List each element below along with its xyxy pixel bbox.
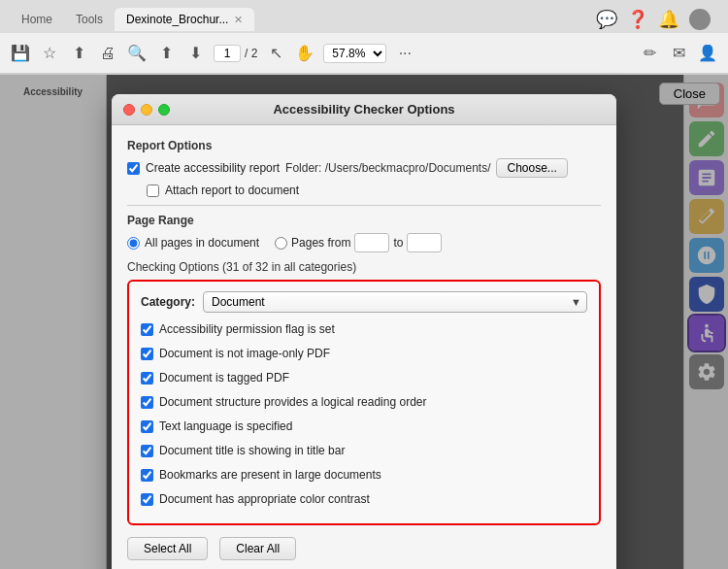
check-item-2: Document is tagged PDF: [141, 371, 587, 385]
create-report-row: Create accessibility report Folder: /Use…: [127, 158, 601, 178]
save-icon[interactable]: 💾: [10, 43, 31, 64]
check-item-5: Document title is showing in title bar: [141, 444, 587, 457]
check-item-1: Document is not image-only PDF: [141, 347, 587, 360]
check-item-6: Bookmarks are present in large documents: [141, 468, 587, 482]
check-item-4: Text language is specified: [141, 419, 587, 433]
page-range-title: Page Range: [127, 214, 601, 227]
tab-document[interactable]: Dexinote_Brochur... ✕: [115, 8, 254, 31]
maximize-traffic-light[interactable]: [158, 104, 170, 116]
page-to-input[interactable]: [407, 233, 442, 252]
pages-from-label: Pages from: [291, 236, 350, 250]
check-item-0-checkbox[interactable]: [141, 323, 153, 336]
check-item-3-label: Document structure provides a logical re…: [159, 395, 426, 409]
browser-tabs: Home Tools Dexinote_Brochur... ✕ 💬 ❓ 🔔: [0, 0, 728, 33]
email-icon[interactable]: ✉: [668, 43, 689, 64]
check-items-list: Accessibility permission flag is set Doc…: [141, 322, 587, 512]
cursor-tool[interactable]: ↖: [265, 43, 286, 64]
hand-tool[interactable]: ✋: [294, 43, 315, 64]
check-item-4-checkbox[interactable]: [141, 420, 153, 433]
check-item-0: Accessibility permission flag is set: [141, 322, 587, 336]
clear-all-button[interactable]: Clear All: [219, 537, 296, 560]
check-item-7-checkbox[interactable]: [141, 493, 153, 506]
pages-from-row: Pages from to: [275, 233, 442, 252]
page-num: 1 / 2: [214, 45, 257, 62]
close-traffic-light[interactable]: [123, 104, 135, 116]
create-report-checkbox[interactable]: [127, 162, 140, 175]
sign-icon[interactable]: ✏: [639, 43, 660, 64]
accessibility-checker-dialog: Accessibility Checker Options Report Opt…: [112, 94, 616, 569]
check-item-7: Document has appropriate color contrast: [141, 492, 587, 506]
zoom-out-icon[interactable]: 🔍: [126, 43, 148, 64]
checking-options-label: Checking Options (31 of 32 in all catego…: [127, 260, 601, 274]
choose-button[interactable]: Choose...: [496, 158, 567, 178]
category-row: Category: Document Page Content Forms, T…: [141, 291, 587, 313]
check-item-7-label: Document has appropriate color contrast: [159, 492, 370, 506]
all-pages-label: All pages in document: [145, 236, 259, 250]
check-item-5-checkbox[interactable]: [141, 445, 153, 457]
page-range-row: All pages in document Pages from to: [127, 233, 601, 252]
dialog-body: Report Options Create accessibility repo…: [112, 125, 616, 569]
minimize-traffic-light[interactable]: [141, 104, 152, 116]
dialog-overlay: Accessibility Checker Options Report Opt…: [0, 75, 728, 569]
category-box: Category: Document Page Content Forms, T…: [127, 280, 601, 525]
bookmark-icon[interactable]: ☆: [39, 43, 60, 64]
traffic-lights: [123, 104, 170, 116]
user-avatar[interactable]: [689, 9, 711, 30]
report-options-title: Report Options: [127, 139, 601, 152]
all-pages-row: All pages in document: [127, 236, 259, 250]
folder-path: Folder: /Users/beckmacpro/Documents/: [285, 161, 490, 175]
main-area: Accessibility Close: [0, 75, 728, 569]
select-clear-row: Select All Clear All: [127, 537, 601, 560]
check-item-1-checkbox[interactable]: [141, 348, 153, 360]
tab-tools[interactable]: Tools: [64, 8, 115, 31]
browser-toolbar: 💾 ☆ ⬆ 🖨 🔍 ⬆ ⬇ 1 / 2 ↖ ✋ 57.8% 50% 75% 10…: [0, 33, 728, 74]
upload-icon[interactable]: ⬆: [68, 43, 89, 64]
notification-icon[interactable]: 🔔: [658, 9, 679, 30]
to-label: to: [393, 236, 403, 250]
tab-close-icon[interactable]: ✕: [234, 14, 243, 26]
tab-home[interactable]: Home: [10, 8, 64, 31]
chat-icon[interactable]: 💬: [596, 9, 617, 30]
print-icon[interactable]: 🖨: [97, 43, 118, 64]
attach-report-label: Attach report to document: [165, 184, 299, 197]
category-label: Category:: [141, 295, 195, 309]
check-item-6-label: Bookmarks are present in large documents: [159, 468, 381, 482]
more-options-icon[interactable]: ···: [394, 43, 415, 64]
zoom-select[interactable]: 57.8% 50% 75% 100%: [323, 44, 386, 63]
category-select-wrapper: Document Page Content Forms, Tables, and…: [203, 291, 587, 313]
page-from-input[interactable]: [354, 233, 389, 252]
check-item-2-checkbox[interactable]: [141, 372, 153, 385]
check-item-0-label: Accessibility permission flag is set: [159, 322, 335, 336]
dialog-titlebar: Accessibility Checker Options: [112, 94, 616, 125]
page-current-input[interactable]: 1: [214, 45, 241, 62]
attach-report-checkbox[interactable]: [147, 184, 159, 197]
dialog-title: Accessibility Checker Options: [273, 102, 454, 117]
divider-1: [127, 205, 601, 206]
share-icon[interactable]: 👤: [697, 43, 718, 64]
pages-from-radio[interactable]: [275, 237, 287, 250]
check-item-6-checkbox[interactable]: [141, 469, 153, 482]
check-item-3: Document structure provides a logical re…: [141, 395, 587, 409]
next-page-icon[interactable]: ⬇: [184, 43, 206, 64]
create-report-label: Create accessibility report: [146, 161, 280, 175]
zoom-control: 57.8% 50% 75% 100%: [323, 44, 386, 63]
attach-report-row: Attach report to document: [147, 184, 601, 197]
browser-chrome: Home Tools Dexinote_Brochur... ✕ 💬 ❓ 🔔 💾…: [0, 0, 728, 75]
prev-page-icon[interactable]: ⬆: [155, 43, 177, 64]
category-select[interactable]: Document Page Content Forms, Tables, and…: [203, 291, 587, 313]
check-item-4-label: Text language is specified: [159, 419, 292, 433]
select-all-button[interactable]: Select All: [127, 537, 208, 560]
all-pages-radio[interactable]: [127, 237, 140, 250]
check-item-5-label: Document title is showing in title bar: [159, 444, 345, 457]
help-icon[interactable]: ❓: [627, 9, 648, 30]
check-item-2-label: Document is tagged PDF: [159, 371, 289, 385]
check-item-3-checkbox[interactable]: [141, 396, 153, 409]
check-item-1-label: Document is not image-only PDF: [159, 347, 330, 360]
